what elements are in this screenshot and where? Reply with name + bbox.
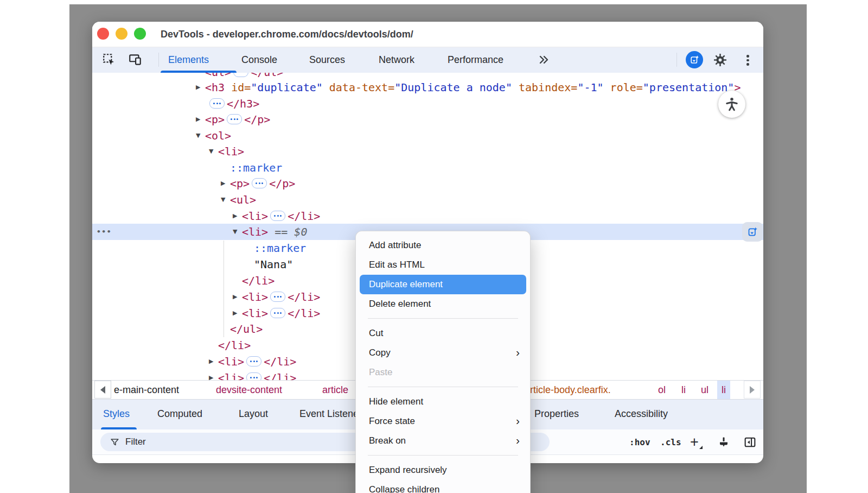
token-tag: <li>	[218, 145, 244, 158]
minimize-button[interactable]	[116, 28, 127, 40]
dom-node-text: ::marker	[254, 240, 306, 256]
ai-assistance-button[interactable]	[686, 51, 703, 68]
inline-expand-pill[interactable]	[252, 178, 267, 188]
close-button[interactable]	[97, 28, 109, 40]
disclosure-expanded-icon[interactable]: ▼	[209, 143, 213, 160]
more-tabs-icon[interactable]	[537, 53, 551, 67]
settings-gear-icon[interactable]	[713, 53, 727, 67]
token-tag: <li>	[218, 371, 244, 380]
disclosure-collapsed-icon[interactable]: ▶	[209, 370, 213, 380]
element-classes-button[interactable]: .cls	[660, 429, 681, 454]
token-tag: </h3>	[227, 97, 259, 110]
token-attr: role=	[604, 81, 643, 94]
token-tag: </li>	[264, 355, 296, 368]
dom-tree-row[interactable]: ▶<p></p>	[92, 111, 763, 128]
context-menu-item-break-on[interactable]: Break on›	[360, 431, 526, 451]
context-menu-item-cut[interactable]: Cut	[360, 324, 526, 343]
row-hover-dots-icon[interactable]: •••	[97, 224, 112, 240]
token-pseudo: ::marker	[230, 161, 282, 174]
context-menu-item-duplicate-element[interactable]: Duplicate element	[360, 275, 526, 294]
inline-expand-pill[interactable]	[246, 372, 261, 380]
dot	[256, 182, 257, 184]
disclosure-expanded-icon[interactable]: ▼	[233, 224, 237, 240]
row-ai-assistance-button[interactable]	[742, 222, 763, 242]
context-menu-item-delete-element[interactable]: Delete element	[360, 294, 526, 314]
context-menu-item-hide-element[interactable]: Hide element	[360, 392, 526, 412]
dom-tree-row[interactable]: ▶<h3 id="duplicate" data-text="Duplicate…	[92, 79, 763, 96]
context-menu-item-edit-as-html[interactable]: Edit as HTML	[360, 255, 526, 275]
toggle-element-state-button[interactable]: :hov	[629, 429, 650, 454]
dom-node-text: </li>	[218, 337, 251, 353]
dock-side-button[interactable]	[743, 429, 757, 454]
breadcrumb-item-article-body-clearfix[interactable]: article-body.clearfix.	[525, 381, 611, 399]
dom-tree-row[interactable]: ▼<ol>	[92, 128, 763, 144]
token-tag: </li>	[264, 371, 296, 380]
dom-tree-row[interactable]: ▶<li></li>	[92, 208, 763, 224]
new-style-rule-button[interactable]: +	[690, 429, 699, 454]
breadcrumb-item-article[interactable]: article	[322, 381, 348, 399]
more-options-icon[interactable]	[746, 55, 749, 66]
token-tag: </li>	[218, 339, 251, 352]
sidebar-tab-computed[interactable]: Computed	[157, 400, 202, 428]
disclosure-collapsed-icon[interactable]: ▶	[233, 289, 237, 305]
sidebar-tab-layout[interactable]: Layout	[239, 400, 268, 428]
breadcrumb-scroll-right-button[interactable]	[744, 381, 761, 399]
context-menu-item-paste: Paste	[360, 363, 526, 382]
inline-expand-pill[interactable]	[227, 114, 242, 124]
zoom-button[interactable]	[134, 28, 146, 40]
breadcrumb-item-devsite-content[interactable]: devsite-content	[216, 381, 282, 399]
disclosure-expanded-icon[interactable]: ▼	[196, 128, 200, 144]
toggle-device-toolbar-icon[interactable]	[128, 53, 142, 67]
dom-tree-row[interactable]: </h3>	[92, 96, 763, 112]
dom-tree-row[interactable]: ▼<ul>	[92, 192, 763, 208]
inline-expand-pill[interactable]	[233, 73, 248, 77]
dom-tree-row[interactable]: ▶<p></p>	[92, 175, 763, 192]
breadcrumb-item-ol[interactable]: ol	[658, 381, 666, 399]
tab-network[interactable]: Network	[379, 47, 414, 73]
dom-tree-row[interactable]: ▼<li>	[92, 143, 763, 160]
dom-node-text: <li></li>	[218, 353, 296, 370]
token-tag: </li>	[288, 210, 320, 223]
sidebar-tab-properties[interactable]: Properties	[534, 400, 579, 428]
breadcrumb-item-ul[interactable]: ul	[701, 381, 709, 399]
tab-performance[interactable]: Performance	[448, 47, 503, 73]
dot	[216, 103, 218, 104]
dom-node-text: <li></li>	[242, 289, 320, 305]
breadcrumb-item-e-main-content[interactable]: e-main-content	[114, 381, 179, 399]
breadcrumb-scroll-left-button[interactable]	[94, 381, 111, 399]
disclosure-collapsed-icon[interactable]: ▶	[233, 305, 237, 321]
disclosure-expanded-icon[interactable]: ▼	[221, 192, 225, 208]
sidebar-tab-styles[interactable]: Styles	[103, 400, 130, 428]
dom-tree-row[interactable]: ::marker	[92, 160, 763, 176]
dot	[213, 103, 215, 104]
inline-expand-pill[interactable]	[270, 308, 285, 318]
tab-sources[interactable]: Sources	[309, 47, 345, 73]
disclosure-collapsed-icon[interactable]: ▶	[221, 175, 225, 192]
tab-elements[interactable]: Elements	[168, 47, 209, 73]
accessibility-overlay-icon[interactable]	[718, 91, 745, 118]
breadcrumb-item-li[interactable]: li	[717, 381, 730, 399]
context-menu-item-collapse-children[interactable]: Collapse children	[360, 480, 526, 493]
token-attr: data-text=	[323, 81, 394, 94]
tab-console[interactable]: Console	[241, 47, 277, 73]
disclosure-collapsed-icon[interactable]: ▶	[196, 79, 200, 96]
inline-expand-pill[interactable]	[270, 211, 285, 221]
submenu-arrow-icon: ›	[516, 343, 520, 362]
inline-expand-pill[interactable]	[246, 356, 261, 366]
inspect-element-icon[interactable]	[102, 53, 116, 67]
rendering-brush-button[interactable]	[717, 429, 730, 454]
token-val: "-1"	[577, 81, 603, 94]
dom-node-text: <li></li>	[242, 305, 320, 321]
context-menu-item-add-attribute[interactable]: Add attribute	[360, 236, 526, 255]
context-menu-item-copy[interactable]: Copy›	[360, 343, 526, 363]
context-menu-item-expand-recursively[interactable]: Expand recursively	[360, 460, 526, 480]
token-tag: <ul>	[205, 73, 231, 79]
disclosure-collapsed-icon[interactable]: ▶	[196, 111, 200, 128]
disclosure-collapsed-icon[interactable]: ▶	[233, 208, 237, 224]
breadcrumb-item-li[interactable]: li	[681, 381, 686, 399]
disclosure-collapsed-icon[interactable]: ▶	[209, 353, 213, 370]
context-menu-item-force-state[interactable]: Force state›	[360, 412, 526, 431]
inline-expand-pill[interactable]	[270, 292, 285, 302]
inline-expand-pill[interactable]	[209, 98, 225, 109]
sidebar-tab-accessibility[interactable]: Accessibility	[615, 400, 668, 428]
